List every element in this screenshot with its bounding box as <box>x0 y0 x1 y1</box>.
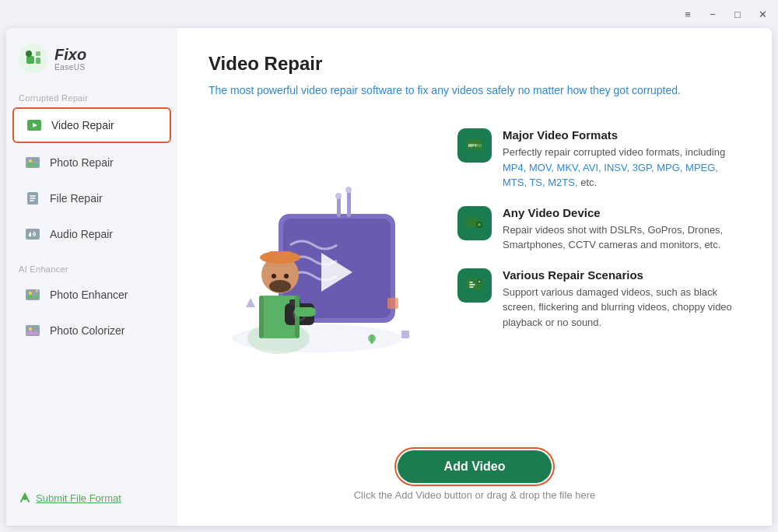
feature-text-major: Major Video Formats Perfectly repair cor… <box>503 128 741 191</box>
feature-icon-box-major: MP4 AVI <box>457 128 492 163</box>
audio-repair-icon <box>23 225 42 243</box>
sidebar-item-photo-enhancer[interactable]: Photo Enhancer <box>12 278 171 311</box>
sidebar-item-label-audio-repair: Audio Repair <box>50 228 113 240</box>
video-repair-icon <box>25 116 44 135</box>
feature-icon-box-device <box>457 206 492 240</box>
feature-text-device: Any Video Device Repair videos shot with… <box>503 206 741 253</box>
feature-icon-box-scenarios <box>457 268 492 303</box>
feature-desc-scenarios: Support various damaged videos, such as … <box>503 285 741 331</box>
svg-point-34 <box>272 274 276 278</box>
logo: Fixo EaseUS <box>6 40 177 89</box>
feature-item-any-device: Any Video Device Repair videos shot with… <box>457 206 741 253</box>
sidebar-item-video-repair[interactable]: Video Repair <box>12 107 171 143</box>
sidebar-item-label-photo-colorizer: Photo Colorizer <box>50 324 125 337</box>
feature-desc-device: Repair videos shot with DSLRs, GoPros, D… <box>503 222 741 253</box>
major-formats-icon: MP4 AVI <box>465 136 484 155</box>
feature-desc-major: Perfectly repair corrupted video formats… <box>503 145 741 191</box>
logo-icon <box>19 44 48 73</box>
logo-text: Fixo EaseUS <box>54 46 86 72</box>
app-window: Fixo EaseUS Corrupted Repair Video Repai… <box>6 28 772 526</box>
photo-colorizer-icon <box>23 321 42 340</box>
sidebar-item-label-video-repair: Video Repair <box>51 119 114 131</box>
svg-rect-3 <box>36 58 40 64</box>
main-content: Video Repair The most powerful video rep… <box>177 28 772 526</box>
sidebar-item-photo-repair[interactable]: Photo Repair <box>12 146 171 179</box>
svg-rect-1 <box>26 56 34 64</box>
close-button[interactable]: ✕ <box>756 8 769 20</box>
add-video-button[interactable]: Add Video <box>398 450 552 483</box>
page-title: Video Repair <box>209 53 741 75</box>
photo-enhancer-icon <box>23 285 42 304</box>
feature-text-scenarios: Various Repair Scenarios Support various… <box>503 268 741 331</box>
sidebar: Fixo EaseUS Corrupted Repair Video Repai… <box>6 28 177 526</box>
photo-repair-icon <box>23 153 42 172</box>
svg-rect-2 <box>36 51 40 56</box>
svg-rect-40 <box>259 296 264 338</box>
sidebar-item-photo-colorizer[interactable]: Photo Colorizer <box>12 314 171 347</box>
svg-rect-44 <box>387 298 398 309</box>
submit-file-format[interactable]: Submit File Format <box>6 482 177 513</box>
svg-point-53 <box>478 223 481 226</box>
bottom-hint: Click the Add Video button or drag & dro… <box>354 489 596 501</box>
svg-rect-25 <box>347 191 351 217</box>
maximize-button[interactable]: □ <box>731 8 744 20</box>
svg-rect-45 <box>401 331 409 338</box>
sidebar-item-label-file-repair: File Repair <box>50 192 103 205</box>
svg-point-19 <box>23 495 27 500</box>
svg-rect-24 <box>337 197 341 217</box>
svg-marker-43 <box>246 298 255 307</box>
any-device-icon <box>465 214 484 233</box>
illustration <box>216 183 419 369</box>
section-label-ai: AI Enhancer <box>6 260 177 277</box>
scenarios-icon <box>465 276 484 295</box>
feature-item-scenarios: Various Repair Scenarios Support various… <box>457 268 741 331</box>
sidebar-item-label-photo-enhancer: Photo Enhancer <box>50 289 128 301</box>
svg-point-33 <box>269 280 291 292</box>
illustration-area <box>209 121 426 432</box>
features-area: MP4 AVI Major Video Formats Perfectly re… <box>457 121 741 432</box>
feature-item-major-video-formats: MP4 AVI Major Video Formats Perfectly re… <box>457 128 741 191</box>
sidebar-item-label-photo-repair: Photo Repair <box>50 156 114 169</box>
section-label-corrupted: Corrupted Repair <box>6 89 177 106</box>
page-subtitle: The most powerful video repair software … <box>209 82 741 99</box>
sidebar-item-file-repair[interactable]: File Repair <box>12 182 171 215</box>
sidebar-item-audio-repair[interactable]: Audio Repair <box>12 218 171 250</box>
menu-button[interactable]: ≡ <box>682 8 694 20</box>
file-repair-icon <box>23 189 42 208</box>
titlebar: ≡ − □ ✕ <box>0 0 778 28</box>
svg-rect-42 <box>294 307 316 317</box>
svg-point-56 <box>478 280 481 282</box>
svg-point-27 <box>345 187 352 193</box>
minimize-button[interactable]: − <box>706 8 719 20</box>
svg-rect-41 <box>295 296 300 338</box>
submit-file-format-label: Submit File Format <box>36 492 121 504</box>
svg-point-35 <box>284 274 289 278</box>
bottom-area: Add Video Click the Add Video button or … <box>209 450 741 501</box>
svg-point-4 <box>26 51 32 57</box>
svg-point-26 <box>335 193 342 199</box>
content-body: MP4 AVI Major Video Formats Perfectly re… <box>209 121 741 432</box>
svg-rect-32 <box>268 251 293 262</box>
logo-sub: EaseUS <box>54 63 86 72</box>
submit-icon <box>19 492 31 504</box>
svg-rect-11 <box>26 229 40 240</box>
feature-title-scenarios: Various Repair Scenarios <box>503 268 741 282</box>
feature-title-device: Any Video Device <box>503 206 741 219</box>
svg-text:AVI: AVI <box>475 143 482 148</box>
logo-name: Fixo <box>54 46 86 63</box>
feature-title-major: Major Video Formats <box>503 128 741 142</box>
svg-rect-47 <box>370 334 373 344</box>
